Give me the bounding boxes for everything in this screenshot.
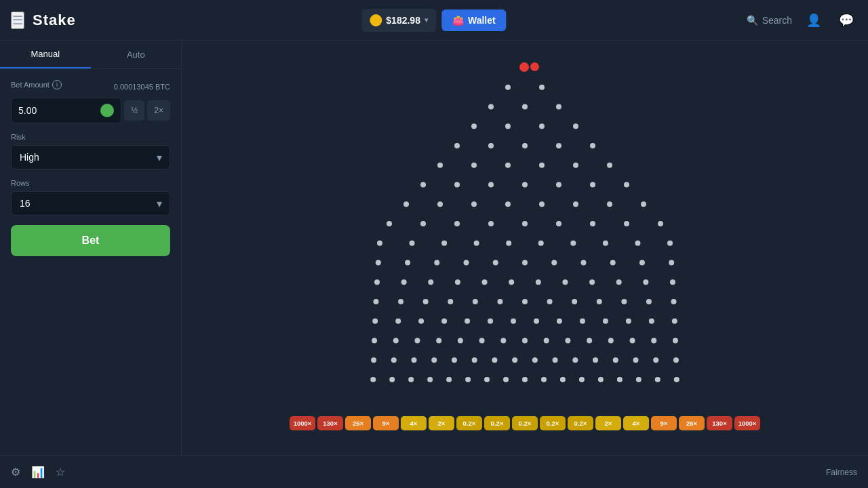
search-label: Search: [762, 15, 792, 26]
risk-select[interactable]: High Medium Low: [11, 145, 170, 169]
half-bet-button[interactable]: ½: [124, 100, 144, 121]
chevron-down-icon: ▾: [425, 16, 428, 24]
svg-point-80: [423, 299, 429, 304]
user-icon-button[interactable]: 👤: [803, 9, 825, 31]
svg-point-94: [441, 319, 447, 324]
svg-point-149: [617, 377, 623, 382]
svg-point-59: [493, 260, 498, 266]
svg-point-152: [674, 377, 679, 382]
svg-point-8: [539, 123, 545, 129]
svg-point-43: [624, 221, 629, 226]
svg-point-39: [488, 221, 494, 226]
svg-point-145: [541, 377, 547, 382]
svg-point-61: [551, 260, 557, 266]
svg-point-134: [653, 357, 658, 363]
svg-point-26: [590, 182, 595, 188]
bucket-5: 2×: [429, 416, 454, 430]
svg-point-83: [497, 299, 502, 304]
rows-select-wrapper: 16 8 12 ▾: [11, 191, 170, 216]
settings-icon[interactable]: ⚙: [11, 466, 20, 479]
balance-button[interactable]: $182.98 ▾: [361, 9, 436, 32]
svg-point-55: [376, 260, 381, 266]
tab-auto[interactable]: Auto: [91, 41, 182, 68]
svg-point-128: [532, 357, 538, 363]
svg-point-87: [597, 299, 602, 304]
svg-point-133: [633, 357, 638, 363]
bucket-13: 9×: [651, 416, 677, 430]
svg-point-129: [553, 357, 558, 363]
bucket-15: 130×: [707, 416, 732, 430]
bet-button[interactable]: Bet: [11, 225, 170, 256]
svg-point-97: [511, 319, 516, 324]
svg-point-63: [610, 260, 616, 266]
svg-point-23: [488, 182, 494, 188]
rows-select[interactable]: 16 8 12: [11, 191, 170, 216]
fairness-button[interactable]: Fairness: [826, 468, 857, 477]
main-content: Manual Auto Bet Amount i 0.00013045 BTC …: [0, 41, 868, 455]
search-icon: 🔍: [747, 15, 758, 26]
wallet-icon: 👛: [452, 15, 464, 26]
bet-input-value: 5.00: [18, 105, 37, 116]
svg-point-28: [403, 201, 409, 207]
stats-icon[interactable]: 📊: [31, 466, 45, 479]
svg-point-130: [572, 357, 578, 363]
svg-point-33: [573, 201, 578, 207]
svg-point-141: [465, 377, 471, 382]
bucket-7: 0.2×: [484, 416, 510, 430]
svg-point-74: [589, 279, 595, 285]
svg-point-110: [479, 338, 485, 344]
svg-point-119: [673, 338, 678, 344]
info-icon[interactable]: i: [52, 80, 62, 89]
svg-point-29: [437, 201, 443, 207]
svg-point-67: [401, 279, 407, 285]
svg-point-32: [539, 201, 545, 207]
bet-input-container: 5.00: [11, 98, 121, 123]
svg-point-104: [672, 319, 677, 324]
svg-point-35: [641, 201, 646, 207]
svg-point-75: [616, 279, 622, 285]
svg-point-84: [522, 299, 528, 304]
svg-point-60: [522, 260, 528, 266]
svg-point-124: [452, 357, 457, 363]
svg-point-139: [427, 377, 433, 382]
svg-point-77: [670, 279, 675, 285]
wallet-button[interactable]: 👛 Wallet: [441, 9, 507, 31]
panel-content: Bet Amount i 0.00013045 BTC 5.00 ½ 2× Ri…: [0, 69, 181, 278]
svg-point-69: [455, 279, 460, 285]
bucket-3: 9×: [373, 416, 399, 430]
svg-point-9: [573, 123, 578, 129]
svg-point-72: [536, 279, 541, 285]
svg-point-95: [465, 319, 470, 324]
svg-point-85: [547, 299, 553, 304]
menu-button[interactable]: ☰: [11, 12, 24, 29]
header-right: 🔍 Search 👤 💬: [747, 9, 857, 31]
star-icon[interactable]: ☆: [56, 466, 65, 479]
bet-amount-label: Bet Amount i: [11, 80, 62, 89]
bet-amount-row: Bet Amount i 0.00013045 BTC: [11, 80, 170, 94]
svg-point-78: [373, 299, 378, 304]
svg-point-91: [372, 319, 378, 324]
svg-point-142: [484, 377, 490, 382]
svg-point-51: [570, 241, 576, 246]
svg-point-93: [418, 319, 424, 324]
svg-point-89: [646, 299, 652, 304]
svg-point-88: [621, 299, 627, 304]
svg-point-13: [556, 143, 561, 148]
search-button[interactable]: 🔍 Search: [747, 15, 792, 26]
header: ☰ Stake $182.98 ▾ 👛 Wallet 🔍 Search 👤 💬: [0, 0, 868, 41]
svg-point-17: [505, 163, 511, 168]
svg-point-11: [488, 143, 494, 148]
bucket-2: 26×: [345, 416, 371, 430]
svg-point-57: [434, 260, 439, 266]
svg-point-20: [607, 163, 612, 168]
svg-point-4: [522, 104, 528, 110]
svg-point-64: [639, 260, 645, 266]
tab-manual[interactable]: Manual: [0, 41, 91, 68]
svg-point-107: [414, 338, 420, 344]
svg-point-135: [673, 357, 679, 363]
svg-point-2: [539, 85, 545, 90]
bucket-0: 1000×: [290, 416, 315, 430]
double-bet-button[interactable]: 2×: [147, 100, 170, 121]
chat-icon-button[interactable]: 💬: [835, 9, 857, 31]
svg-point-82: [473, 299, 478, 304]
